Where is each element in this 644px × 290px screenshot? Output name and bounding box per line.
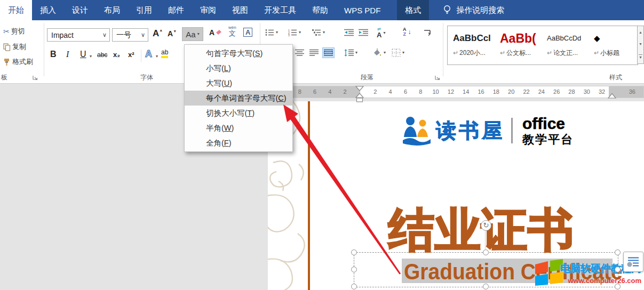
selection-handle-bottom-right[interactable]: [615, 284, 621, 289]
paragraph-style-icon: ↵: [547, 49, 552, 57]
line-spacing-button[interactable]: ▾: [344, 49, 357, 57]
underline-dropdown-arrow-icon[interactable]: ▾: [90, 54, 92, 59]
horizontal-ruler[interactable]: 864224681012141618202224262830323638: [268, 86, 644, 98]
gallery-more-icon[interactable]: ▼: [639, 54, 642, 59]
style-gallery-item[interactable]: ◆↵小标题: [589, 26, 635, 65]
tab-format[interactable]: 格式: [397, 0, 429, 20]
italic-button[interactable]: I: [66, 50, 69, 59]
brand-logo: 读书屋 office 教学平台: [403, 115, 574, 147]
styles-gallery-scrollbar[interactable]: ▲ ▼ ▼: [637, 26, 644, 64]
font-name-combobox[interactable]: Impact ∨: [47, 28, 110, 42]
superscript-button[interactable]: x²: [128, 51, 134, 59]
menu-item-uppercase[interactable]: 大写(U): [185, 76, 292, 91]
dropdown-arrow-icon: ▾: [299, 30, 301, 35]
menu-item-half-width[interactable]: 半角(W): [185, 120, 292, 135]
tab-help[interactable]: 帮助: [304, 0, 336, 20]
selection-handle-mid-left[interactable]: [351, 267, 357, 272]
ruler-number: 28: [568, 88, 575, 95]
cut-label: 剪切: [11, 27, 25, 36]
clear-formatting-button[interactable]: A: [209, 28, 222, 37]
watermark-site-url: www.computer26.com: [560, 277, 641, 285]
grow-font-button[interactable]: A▲: [153, 28, 163, 39]
selection-handle-top-mid[interactable]: [483, 249, 489, 255]
increase-indent-button[interactable]: [359, 29, 368, 36]
strikethrough-button[interactable]: abc: [97, 51, 107, 59]
copy-button[interactable]: 复制: [3, 42, 26, 52]
numbering-button[interactable]: 123 ▾: [288, 29, 301, 36]
ruler-number: 6: [313, 88, 316, 95]
dropdown-arrow-icon: ▾: [383, 31, 385, 35]
scroll-up-icon[interactable]: ▲: [639, 30, 642, 34]
line-spacing-icon: [344, 49, 354, 57]
selection-handle-top-right[interactable]: [615, 249, 621, 255]
multilevel-list-button[interactable]: ▾: [312, 29, 325, 36]
shading-button[interactable]: ▾: [372, 49, 386, 57]
ruler-number: 22: [523, 88, 529, 95]
bold-button[interactable]: B: [50, 50, 57, 59]
caret-up-icon: ▼: [173, 29, 177, 33]
tell-me-search[interactable]: 操作说明搜索: [443, 0, 504, 20]
change-case-button[interactable]: Aa ▾: [182, 27, 203, 41]
dropdown-arrow-icon: ▾: [355, 51, 357, 55]
tab-review[interactable]: 审阅: [192, 0, 224, 20]
borders-button[interactable]: ▾: [392, 49, 404, 57]
menu-item-toggle-case[interactable]: 切换大小写(T): [185, 106, 292, 120]
text-effects-button[interactable]: A: [145, 49, 152, 60]
phonetic-char: 文: [228, 30, 236, 37]
justify-button[interactable]: [309, 49, 319, 57]
style-gallery-item[interactable]: AaBbCcDd↵论文正...: [542, 26, 589, 65]
selection-handle-mid-right[interactable]: [615, 267, 621, 272]
multilevel-list-icon: [312, 29, 321, 36]
sort-button[interactable]: AZ ↓: [403, 27, 411, 37]
tab-design[interactable]: 设计: [64, 0, 96, 20]
format-painter-button[interactable]: 格式刷: [3, 57, 33, 67]
menu-item-full-width[interactable]: 全角(F): [185, 135, 292, 150]
phonetic-guide-button[interactable]: wén 文: [228, 26, 236, 37]
menu-item-lowercase[interactable]: 小写(L): [185, 61, 292, 76]
underline-button[interactable]: U: [80, 50, 86, 59]
paragraph-dialog-launcher-icon[interactable]: [434, 75, 441, 81]
dropdown-arrow-icon: ▾: [384, 51, 386, 55]
decrease-indent-button[interactable]: [344, 29, 354, 36]
tab-references[interactable]: 引用: [128, 0, 160, 20]
certificate-vertical-rule: [308, 101, 310, 290]
distributed-button[interactable]: [322, 47, 335, 58]
tab-developer[interactable]: 开发工具: [256, 0, 304, 20]
rotation-handle[interactable]: ↻: [481, 220, 491, 231]
selection-handle-top-left[interactable]: [351, 249, 357, 255]
caret-up-icon: ▲: [159, 28, 163, 32]
align-center-button[interactable]: [295, 49, 304, 57]
character-border-button[interactable]: A: [243, 28, 252, 37]
scroll-down-icon[interactable]: ▼: [639, 42, 642, 46]
format-painter-icon: [3, 58, 11, 66]
text-highlight-button[interactable]: ab: [161, 49, 168, 58]
asian-layout-button[interactable]: ⇄A ▾: [377, 27, 385, 38]
tab-mailings[interactable]: 邮件: [160, 0, 192, 20]
document-page[interactable]: 读书屋 office 教学平台 结业证书 Graduation Certific…: [268, 101, 644, 290]
brand-platform-label: 教学平台: [522, 134, 574, 146]
font-group-label: 字体: [140, 73, 153, 82]
menu-item-capitalize-each-word[interactable]: 每个单词首字母大写(C): [185, 91, 292, 106]
font-size-combobox[interactable]: 一号 ∨: [112, 28, 148, 42]
clipboard-dialog-launcher-icon[interactable]: [32, 75, 38, 81]
selection-handle-bottom-left[interactable]: [351, 284, 357, 289]
tab-insert[interactable]: 插入: [32, 0, 64, 20]
menu-item-sentence-case[interactable]: 句首字母大写(S): [185, 46, 292, 61]
ruler-number: 14: [463, 88, 469, 95]
selection-handle-bottom-mid[interactable]: [483, 284, 489, 289]
tab-wps-pdf[interactable]: WPS PDF: [336, 0, 388, 20]
brand-office-label: office: [522, 116, 574, 132]
bullets-button[interactable]: ▾: [265, 29, 278, 36]
show-hide-marks-button[interactable]: [423, 28, 432, 36]
ribbon-tab-bar: 开始插入设计布局引用邮件审阅视图开发工具帮助WPS PDF格式 操作说明搜索: [0, 0, 644, 20]
shrink-font-button[interactable]: A▼: [168, 29, 177, 38]
cut-button[interactable]: ✂ 剪切: [3, 27, 25, 36]
style-gallery-item[interactable]: AaBbCcl↵2020小...: [448, 26, 495, 65]
subscript-button[interactable]: x₂: [113, 51, 120, 59]
style-gallery-item[interactable]: AaBb(↵公文标...: [495, 26, 542, 65]
tab-view[interactable]: 视图: [224, 0, 256, 20]
tab-layout[interactable]: 布局: [96, 0, 128, 20]
layout-options-button[interactable]: [623, 252, 643, 272]
tab-home[interactable]: 开始: [0, 0, 32, 20]
align-center-icon: [295, 49, 304, 57]
